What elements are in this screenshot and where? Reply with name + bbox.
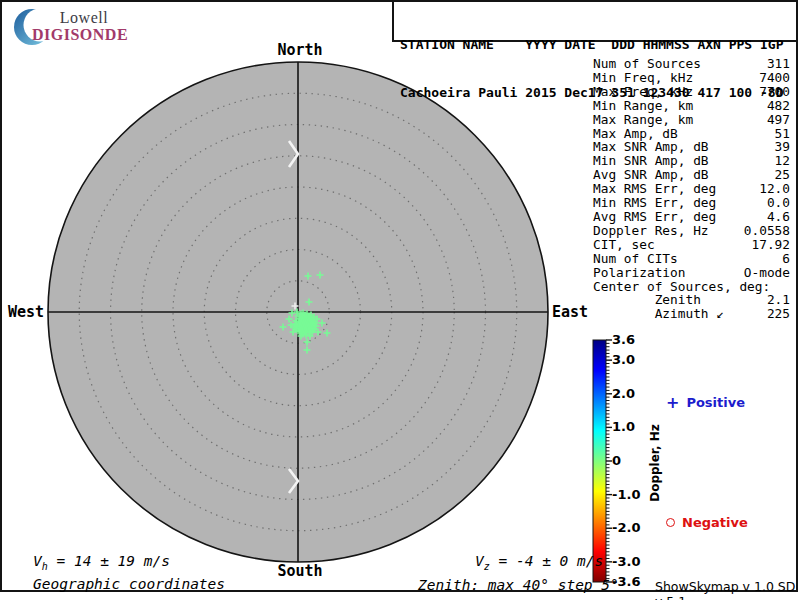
stat-row: Min Range, km482 [593, 99, 790, 113]
coordinate-system-label: Geographic coordinates [33, 576, 225, 592]
colorbar-tick-label: 3.0 [612, 352, 635, 367]
legend-positive-label: Positive [686, 395, 745, 410]
colorbar-tick-label: -1.0 [612, 487, 640, 502]
stat-row: Max RMS Err, deg12.0 [593, 182, 790, 196]
stat-value: 497 [767, 113, 790, 127]
legend-negative: Negative [666, 515, 748, 530]
stat-row: PolarizationO-mode [593, 266, 790, 280]
stat-value: 17.92 [751, 238, 790, 252]
stat-label: Max Range, km [593, 113, 693, 127]
colorbar-tick-label: 1.0 [612, 420, 635, 435]
stat-label: Min Range, km [593, 99, 693, 113]
stat-value: 25 [775, 168, 790, 182]
header-divider-vertical [392, 0, 394, 42]
stat-value: 4.6 [767, 210, 790, 224]
stat-value: 0.0558 [744, 224, 790, 238]
stat-row: Avg RMS Err, deg4.6 [593, 210, 790, 224]
stat-value: 39 [775, 140, 790, 154]
colorbar-axis-title: Doppler, Hz [648, 424, 662, 502]
stat-label: CIT, sec [593, 238, 655, 252]
stat-row: Max Range, km497 [593, 113, 790, 127]
stat-label: Azimuth ↙ [593, 307, 724, 321]
stat-row: Num of CITs6 [593, 252, 790, 266]
stat-label: Max Amp, dB [593, 127, 678, 141]
stat-row: Min SNR Amp, dB12 [593, 154, 790, 168]
stat-label: Max Freq, kHz [593, 85, 693, 99]
colorbar-tick-label: 3.6 [612, 332, 635, 347]
stat-label: Center of Sources, deg: [593, 280, 770, 294]
zenith-scale-label: Zenith: max 40° step 5° [418, 577, 619, 593]
colorbar-tick-label: -2.0 [612, 520, 640, 535]
legend-positive: + Positive [666, 395, 745, 410]
stat-value: 12 [775, 154, 790, 168]
compass-label-east: East [552, 303, 588, 321]
logo-digisonde-text: DIGISONDE [32, 26, 136, 44]
stat-label: Polarization [593, 266, 685, 280]
stat-label: Doppler Res, Hz [593, 224, 709, 238]
stat-label: Min RMS Err, deg [593, 196, 716, 210]
plus-marker-icon: + [666, 396, 679, 409]
horizontal-velocity-readout: Vh = 14 ± 19 m/s [33, 553, 170, 572]
compass-label-north: North [277, 41, 322, 59]
vertical-velocity-readout: Vz = -4 ± 0 m/s [475, 553, 603, 572]
stat-label: Zenith [593, 293, 701, 307]
stat-value: 311 [767, 57, 790, 71]
stat-label: Avg SNR Amp, dB [593, 168, 709, 182]
stat-value: 7400 [759, 71, 790, 85]
stat-label: Min SNR Amp, dB [593, 154, 709, 168]
stat-row: Center of Sources, deg: [593, 280, 790, 294]
compass-label-west: West [8, 303, 44, 321]
lowell-digisonde-logo: Lowell DIGISONDE [10, 5, 130, 49]
stat-row: Azimuth ↙225 [593, 307, 790, 321]
stat-row: Doppler Res, Hz0.0558 [593, 224, 790, 238]
logo-lowell-text: Lowell [32, 9, 136, 27]
stat-label: Avg RMS Err, deg [593, 210, 716, 224]
app-version-label: ShowSkymap v 1.0 SD v 5.1 [655, 579, 800, 600]
stat-row: Avg SNR Amp, dB25 [593, 168, 790, 182]
stat-label: Num of CITs [593, 252, 678, 266]
circle-marker-icon [666, 518, 675, 527]
stat-value: 0.0 [767, 196, 790, 210]
legend-negative-label: Negative [682, 515, 748, 530]
colorbar-tick-label: 2.0 [612, 386, 635, 401]
stat-row: Num of Sources311 [593, 57, 790, 71]
stat-row: Zenith2.1 [593, 293, 790, 307]
stat-value: 12.0 [759, 182, 790, 196]
colorbar-tick-label: -3.0 [612, 554, 640, 569]
stat-value: O-mode [744, 266, 790, 280]
stat-row: Min Freq, kHz7400 [593, 71, 790, 85]
stat-label: Max RMS Err, deg [593, 182, 716, 196]
stat-label: Max SNR Amp, dB [593, 140, 709, 154]
stat-row: Max Freq, kHz7700 [593, 85, 790, 99]
showskymap-window: Lowell DIGISONDE STATION NAME YYYY DATE … [0, 0, 800, 600]
stat-value: 2.1 [767, 293, 790, 307]
stat-value: 225 [767, 307, 790, 321]
measurement-stats-panel: Num of Sources311Min Freq, kHz7400Max Fr… [593, 57, 790, 321]
colorbar-tick-label: 0 [612, 453, 621, 468]
stat-row: Max Amp, dB51 [593, 127, 790, 141]
station-header-columns: STATION NAME YYYY DATE DDD HHMMSS AXN PP… [400, 37, 784, 53]
stat-row: Min RMS Err, deg0.0 [593, 196, 790, 210]
stat-row: Max SNR Amp, dB39 [593, 140, 790, 154]
stat-value: 7700 [759, 85, 790, 99]
stat-value: 6 [782, 252, 790, 266]
stat-label: Num of Sources [593, 57, 701, 71]
compass-label-south: South [277, 562, 322, 580]
stat-value: 51 [775, 127, 790, 141]
stat-value: 482 [767, 99, 790, 113]
stat-row: CIT, sec17.92 [593, 238, 790, 252]
stat-label: Min Freq, kHz [593, 71, 693, 85]
